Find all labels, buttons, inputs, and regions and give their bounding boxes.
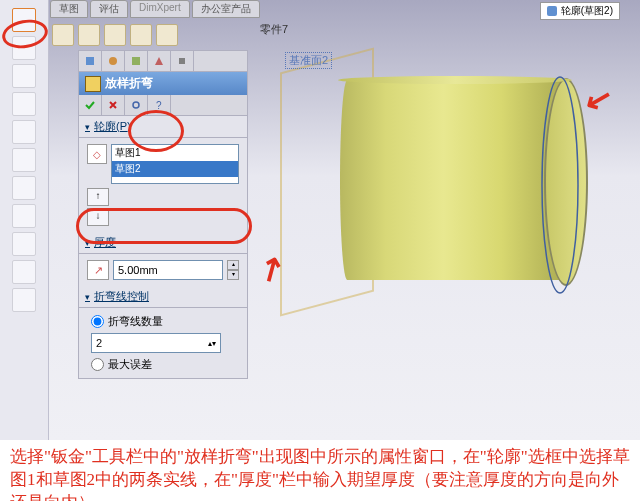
radio-max-error[interactable]: 最大误差 xyxy=(83,355,243,374)
profile-icon: ◇ xyxy=(87,144,107,164)
toolbar-icon-2[interactable] xyxy=(78,24,100,46)
section-thickness: ↗ 5.00mm ▴▾ xyxy=(79,253,247,286)
tool-6[interactable] xyxy=(12,148,36,172)
app-window: 草图 评估 DimXpert 办公室产品 零件7 轮廓(草图2) xyxy=(0,0,640,440)
tool-8[interactable] xyxy=(12,204,36,228)
tool-7[interactable] xyxy=(12,176,36,200)
toolbar-icon-5[interactable] xyxy=(156,24,178,46)
thickness-input[interactable]: 5.00mm xyxy=(113,260,223,280)
svg-rect-3 xyxy=(179,58,185,64)
radio-bendline-count[interactable]: 折弯线数量 xyxy=(83,312,243,331)
feature-toolbar xyxy=(50,18,180,52)
toolbar-icon-4[interactable] xyxy=(130,24,152,46)
bendline-count-input[interactable]: 2▴▾ xyxy=(91,333,221,353)
radio-error-label: 最大误差 xyxy=(108,357,152,372)
ok-button[interactable] xyxy=(79,95,102,115)
section-bendline: 折弯线数量 2▴▾ 最大误差 xyxy=(79,307,247,378)
tool-10[interactable] xyxy=(12,260,36,284)
annotation-circle-thickness xyxy=(76,208,252,244)
tool-11[interactable] xyxy=(12,288,36,312)
panel-tabbar xyxy=(79,51,247,72)
3d-viewport[interactable]: 基准面2 xyxy=(250,40,635,435)
panel-tab-5[interactable] xyxy=(171,51,194,71)
part-name: 零件7 xyxy=(260,22,288,37)
tool-5[interactable] xyxy=(12,120,36,144)
profile-item-2[interactable]: 草图2 xyxy=(112,161,238,177)
tab-sketch[interactable]: 草图 xyxy=(50,0,88,18)
tool-4[interactable] xyxy=(12,92,36,116)
panel-tab-3[interactable] xyxy=(125,51,148,71)
tab-office[interactable]: 办公室产品 xyxy=(192,0,260,18)
bendline-count-value: 2 xyxy=(96,337,102,349)
svg-rect-2 xyxy=(132,57,140,65)
thickness-value: 5.00mm xyxy=(118,264,158,276)
svg-point-4 xyxy=(133,102,139,108)
section-bendline-title[interactable]: 折弯线控制 xyxy=(79,286,247,307)
annotation-circle-profile xyxy=(128,110,184,152)
tab-dimxpert[interactable]: DimXpert xyxy=(130,0,190,18)
panel-tab-2[interactable] xyxy=(102,51,125,71)
thickness-direction-button[interactable]: ↗ xyxy=(87,260,109,280)
panel-tab-4[interactable] xyxy=(148,51,171,71)
tab-evaluate[interactable]: 评估 xyxy=(90,0,128,18)
svg-point-1 xyxy=(109,57,117,65)
instruction-text: 选择"钣金"工具栏中的"放样折弯"出现图中所示的属性窗口，在"轮廓"选框中选择草… xyxy=(0,440,640,501)
toolbar-icon-3[interactable] xyxy=(104,24,126,46)
radio-count-input[interactable] xyxy=(91,315,104,328)
thickness-spinner[interactable]: ▴▾ xyxy=(227,260,239,280)
radio-error-input[interactable] xyxy=(91,358,104,371)
panel-tab-feature[interactable] xyxy=(79,51,102,71)
svg-rect-0 xyxy=(86,57,94,65)
tool-3[interactable] xyxy=(12,64,36,88)
panel-title: 放样折弯 xyxy=(79,72,247,95)
panel-title-text: 放样折弯 xyxy=(105,75,153,92)
profile-item-1[interactable]: 草图1 xyxy=(112,145,238,161)
cancel-button[interactable] xyxy=(102,95,125,115)
left-toolbar xyxy=(0,0,49,440)
move-up-button[interactable]: ↑ xyxy=(87,188,109,206)
plane-label: 基准面2 xyxy=(285,52,332,69)
breadcrumb[interactable]: 轮廓(草图2) xyxy=(540,2,620,20)
cylinder-body xyxy=(320,70,580,290)
svg-point-6 xyxy=(542,77,578,293)
toolbar-icon-1[interactable] xyxy=(52,24,74,46)
radio-count-label: 折弯线数量 xyxy=(108,314,163,329)
tool-9[interactable] xyxy=(12,232,36,256)
profile-listbox[interactable]: 草图1 草图2 xyxy=(111,144,239,184)
ribbon-tabs: 草图 评估 DimXpert 办公室产品 xyxy=(50,0,260,18)
